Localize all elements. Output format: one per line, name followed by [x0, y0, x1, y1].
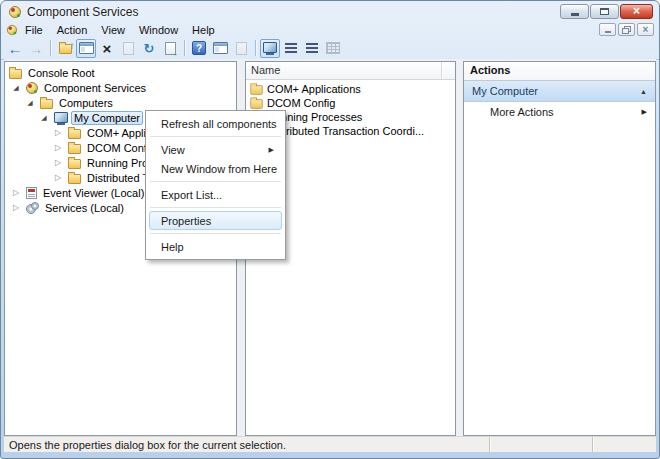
context-menu-item-export-list[interactable]: Export List...: [149, 185, 282, 204]
properties-icon: [123, 42, 134, 55]
expander-expanded-icon[interactable]: ◢: [37, 114, 51, 122]
help-icon: ?: [192, 41, 206, 55]
toolbar-help-button[interactable]: ?: [189, 39, 209, 58]
tree-item-console-root[interactable]: Console Root: [5, 65, 236, 80]
tree-item-label: My Computer: [71, 111, 143, 125]
expander-collapsed-icon[interactable]: ▷: [9, 203, 23, 212]
folder-icon: [68, 129, 81, 139]
property-view-icon: [306, 43, 318, 53]
delete-icon: ×: [103, 41, 112, 56]
statusbar: Opens the properties dialog box for the …: [4, 436, 656, 452]
tree-item-label: Event Viewer (Local): [40, 186, 147, 200]
folder-icon: [68, 159, 81, 169]
toolbar-export-list-button[interactable]: [160, 39, 180, 58]
more-actions-item[interactable]: More Actions ▶: [464, 102, 655, 122]
mdi-minimize-icon: [605, 31, 611, 33]
list-item-com-applications[interactable]: COM+ Applications: [246, 82, 455, 96]
context-menu-item-label: Help: [161, 241, 184, 253]
titlebar[interactable]: Component Services ×: [1, 1, 659, 22]
toolbar-detail-view-button: [323, 39, 343, 58]
refresh-icon: ↻: [144, 42, 155, 55]
menu-separator: [150, 233, 281, 234]
toolbar-forward-button: →: [26, 39, 46, 58]
list-item-dcom-config[interactable]: DCOM Config: [246, 96, 455, 110]
actions-section-title: My Computer: [472, 85, 538, 97]
expander-expanded-icon[interactable]: ◢: [23, 99, 37, 107]
expander-expanded-icon[interactable]: ◢: [9, 84, 23, 92]
submenu-arrow-icon: ▶: [642, 108, 647, 116]
context-menu-item-new-window-from-here[interactable]: New Window from Here: [149, 159, 282, 178]
toolbar-separator: [50, 40, 51, 56]
window-title: Component Services: [27, 5, 138, 19]
menu-item-file[interactable]: File: [18, 24, 50, 36]
folder-icon: [40, 99, 53, 109]
context-help-icon: [236, 42, 247, 55]
detail-view-icon: [326, 42, 340, 54]
context-menu-item-help[interactable]: Help: [149, 237, 282, 256]
tree-item-label: Computers: [56, 96, 116, 110]
status-pane: [592, 437, 656, 452]
my-computer-view-icon: [263, 42, 277, 54]
context-menu-item-view[interactable]: View▶: [149, 140, 282, 159]
tree-item-component-services[interactable]: ◢Component Services: [5, 80, 236, 95]
context-menu-item-label: Export List...: [161, 189, 222, 201]
context-menu-item-properties[interactable]: Properties: [149, 211, 282, 230]
context-menu-item-refresh-all-components[interactable]: Refresh all components: [149, 114, 282, 133]
mdi-close-button[interactable]: ×: [637, 23, 654, 36]
up-arrow-icon: ↑: [70, 40, 75, 51]
app-icon: [9, 6, 21, 18]
services-icon: [26, 202, 39, 214]
context-menu-item-label: View: [161, 144, 185, 156]
minimize-button[interactable]: [560, 4, 589, 19]
close-icon: ×: [633, 5, 640, 17]
close-button[interactable]: ×: [620, 4, 653, 19]
list-item-label: Distributed Transaction Coordi...: [267, 125, 424, 137]
submenu-arrow-icon: ▶: [269, 146, 274, 154]
expander-collapsed-icon[interactable]: ▷: [9, 188, 23, 197]
menu-item-help[interactable]: Help: [185, 24, 222, 36]
expander-collapsed-icon[interactable]: ▷: [51, 173, 65, 182]
actions-header: Actions: [464, 62, 655, 81]
folder-icon: [68, 144, 81, 154]
toolbar-property-view-button[interactable]: [302, 39, 322, 58]
minimize-icon: [571, 13, 579, 16]
toolbar-my-computer-view-button[interactable]: [260, 39, 280, 58]
tree-item-label: Console Root: [25, 66, 98, 80]
expander-collapsed-icon[interactable]: ▷: [51, 158, 65, 167]
folder-icon: [250, 85, 262, 95]
forward-icon: →: [29, 41, 44, 56]
list-item-label: COM+ Applications: [267, 83, 361, 95]
list-header: Name: [246, 62, 455, 80]
mdi-restore-button[interactable]: [618, 23, 635, 36]
toolbar-delete-button[interactable]: ×: [97, 39, 117, 58]
computer-icon: [54, 112, 68, 124]
toolbar-up-one-level-button[interactable]: ↑: [55, 39, 75, 58]
actions-panel: Actions My Computer ▲ More Actions ▶: [463, 61, 656, 436]
menu-item-view[interactable]: View: [94, 24, 132, 36]
toolbar-back-button[interactable]: ←: [5, 39, 25, 58]
actions-section-my-computer[interactable]: My Computer ▲: [464, 81, 655, 102]
collapse-icon[interactable]: ▲: [640, 88, 647, 95]
mdi-minimize-button[interactable]: [599, 23, 616, 36]
tree-item-label: Services (Local): [42, 201, 127, 215]
expander-collapsed-icon[interactable]: ▷: [51, 128, 65, 137]
actions-splitter[interactable]: [456, 61, 463, 436]
mdi-restore-icon: [622, 26, 631, 34]
toolbar-status-view-button[interactable]: [281, 39, 301, 58]
tree-item-computers[interactable]: ◢Computers: [5, 95, 236, 110]
folder-icon: [68, 174, 81, 184]
maximize-button[interactable]: [590, 4, 619, 19]
tree-item-label: Component Services: [41, 81, 149, 95]
toolbar-refresh-button[interactable]: ↻: [139, 39, 159, 58]
menu-separator: [150, 136, 281, 137]
component-services-window: Component Services × FileActionViewWindo…: [0, 0, 660, 459]
toolbar-show-hide-console-tree-button[interactable]: [76, 39, 96, 58]
toolbar-show-hide-action-pane-button[interactable]: [210, 39, 230, 58]
show-hide-console-tree-icon: [79, 42, 94, 54]
expander-collapsed-icon[interactable]: ▷: [51, 143, 65, 152]
mdi-child-icon[interactable]: [7, 24, 17, 34]
menu-item-window[interactable]: Window: [132, 24, 185, 36]
context-menu-item-label: Properties: [161, 215, 211, 227]
menu-item-action[interactable]: Action: [50, 24, 95, 36]
column-header-name[interactable]: Name: [246, 62, 442, 79]
